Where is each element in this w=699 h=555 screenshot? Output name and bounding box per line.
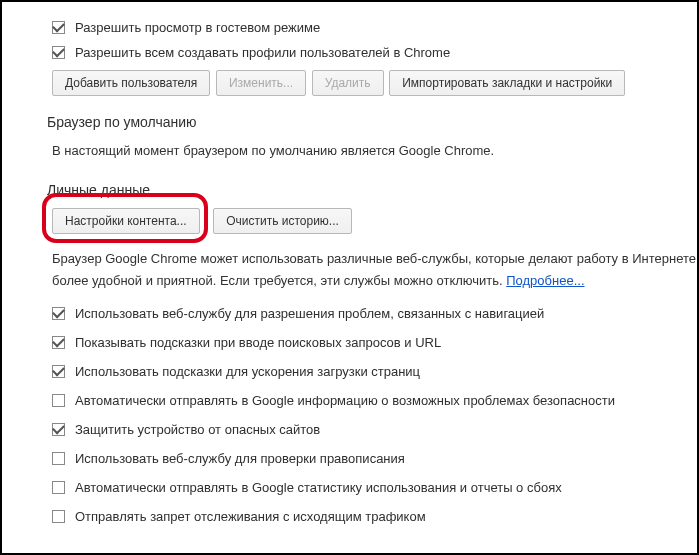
allow-profiles-label: Разрешить всем создавать профили пользов… bbox=[75, 45, 450, 60]
import-bookmarks-button[interactable]: Импортировать закладки и настройки bbox=[389, 70, 625, 96]
privacy-buttons-row: Настройки контента... Очистить историю..… bbox=[52, 208, 697, 234]
check-prefetch-box[interactable] bbox=[52, 365, 65, 378]
check-security-report-box[interactable] bbox=[52, 394, 65, 407]
check-do-not-track-box[interactable] bbox=[52, 510, 65, 523]
check-safe-browsing: Защитить устройство от опасных сайтов bbox=[52, 422, 697, 437]
clear-history-button[interactable]: Очистить историю... bbox=[213, 208, 352, 234]
guest-mode-label: Разрешить просмотр в гостевом режиме bbox=[75, 20, 320, 35]
check-spelling-box[interactable] bbox=[52, 452, 65, 465]
check-prefetch-label: Использовать подсказки для ускорения заг… bbox=[75, 364, 420, 379]
privacy-checkboxes: Использовать веб-службу для разрешения п… bbox=[52, 306, 697, 524]
privacy-desc-line1: Браузер Google Chrome может использовать… bbox=[52, 251, 696, 266]
check-safe-browsing-label: Защитить устройство от опасных сайтов bbox=[75, 422, 320, 437]
edit-user-button: Изменить... bbox=[216, 70, 306, 96]
default-browser-text: В настоящий момент браузером по умолчани… bbox=[52, 140, 697, 162]
check-usage-stats-box[interactable] bbox=[52, 481, 65, 494]
check-do-not-track-label: Отправлять запрет отслеживания с исходящ… bbox=[75, 509, 426, 524]
check-safe-browsing-box[interactable] bbox=[52, 423, 65, 436]
allow-profiles-row: Разрешить всем создавать профили пользов… bbox=[52, 45, 697, 60]
check-nav-service-label: Использовать веб-службу для разрешения п… bbox=[75, 306, 544, 321]
check-search-suggest-label: Показывать подсказки при вводе поисковых… bbox=[75, 335, 441, 350]
privacy-desc-line2: более удобной и приятной. Если требуется… bbox=[52, 273, 506, 288]
more-link[interactable]: Подробнее... bbox=[506, 273, 584, 288]
check-nav-service-box[interactable] bbox=[52, 307, 65, 320]
user-buttons-row: Добавить пользователя Изменить... Удалит… bbox=[52, 70, 697, 96]
check-security-report: Автоматически отправлять в Google информ… bbox=[52, 393, 697, 408]
check-spelling-label: Использовать веб-службу для проверки пра… bbox=[75, 451, 405, 466]
check-usage-stats: Автоматически отправлять в Google статис… bbox=[52, 480, 697, 495]
allow-profiles-checkbox[interactable] bbox=[52, 46, 65, 59]
check-spelling: Использовать веб-службу для проверки пра… bbox=[52, 451, 697, 466]
check-security-report-label: Автоматически отправлять в Google информ… bbox=[75, 393, 615, 408]
check-prefetch: Использовать подсказки для ускорения заг… bbox=[52, 364, 697, 379]
check-search-suggest-box[interactable] bbox=[52, 336, 65, 349]
privacy-title: Личные данные bbox=[47, 182, 697, 198]
check-do-not-track: Отправлять запрет отслеживания с исходящ… bbox=[52, 509, 697, 524]
default-browser-title: Браузер по умолчанию bbox=[47, 114, 697, 130]
add-user-button[interactable]: Добавить пользователя bbox=[52, 70, 210, 96]
content-settings-button[interactable]: Настройки контента... bbox=[52, 208, 200, 234]
guest-mode-row: Разрешить просмотр в гостевом режиме bbox=[52, 20, 697, 35]
check-search-suggest: Показывать подсказки при вводе поисковых… bbox=[52, 335, 697, 350]
guest-mode-checkbox[interactable] bbox=[52, 21, 65, 34]
check-nav-service: Использовать веб-службу для разрешения п… bbox=[52, 306, 697, 321]
delete-user-button: Удалить bbox=[312, 70, 384, 96]
check-usage-stats-label: Автоматически отправлять в Google статис… bbox=[75, 480, 562, 495]
privacy-description: Браузер Google Chrome может использовать… bbox=[52, 248, 697, 292]
